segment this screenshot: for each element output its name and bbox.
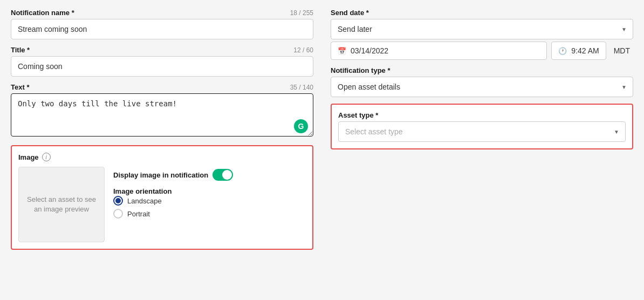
textarea-wrapper: Only two days till the live stream! G [11, 93, 313, 139]
timezone-box: MDT [611, 42, 633, 59]
title-counter: 12 / 60 [293, 46, 313, 54]
asset-type-label: Asset type * [338, 111, 626, 119]
date-value: 03/14/2022 [351, 46, 388, 55]
notification-name-header: Notification name * 18 / 255 [11, 9, 313, 17]
portrait-radio-outer [113, 209, 123, 219]
send-date-select-wrapper: Send later Send now [331, 19, 633, 39]
display-toggle-label: Display image in notification [113, 171, 208, 179]
form-wrapper: Notification name * 18 / 255 Title * 12 … [11, 9, 633, 250]
image-section: Image i Select an asset to see an image … [11, 145, 313, 250]
text-field: Text * 35 / 140 Only two days till the l… [11, 83, 313, 139]
radio-group: Landscape Portrait [113, 196, 233, 219]
portrait-radio-label: Portrait [127, 210, 150, 218]
image-content: Select an asset to see an image preview … [18, 167, 306, 242]
landscape-radio[interactable]: Landscape [113, 196, 233, 206]
text-header: Text * 35 / 140 [11, 83, 313, 91]
page-container: Notification name * 18 / 255 Title * 12 … [0, 0, 644, 300]
asset-type-select[interactable]: Select asset type [338, 121, 626, 142]
notification-name-field: Notification name * 18 / 255 [11, 9, 313, 39]
time-input-box[interactable]: 🕐 9:42 AM [551, 42, 606, 60]
send-date-row: 📅 03/14/2022 🕐 9:42 AM MDT [331, 42, 633, 60]
notification-type-select-wrapper: Open asset details [331, 77, 633, 97]
text-textarea[interactable]: Only two days till the live stream! [11, 93, 313, 137]
landscape-radio-outer [113, 196, 123, 206]
text-counter: 35 / 140 [290, 84, 313, 91]
clock-icon: 🕐 [558, 47, 567, 55]
notification-name-label: Notification name * [11, 9, 74, 17]
portrait-radio[interactable]: Portrait [113, 209, 233, 219]
notification-type-field: Notification type * Open asset details [331, 66, 633, 97]
title-input[interactable] [11, 56, 313, 77]
toggle-thumb [222, 170, 232, 180]
asset-type-field: Asset type * Select asset type [338, 111, 626, 142]
display-toggle-row: Display image in notification [113, 169, 233, 181]
asset-type-select-wrapper: Select asset type [338, 121, 626, 142]
info-icon[interactable]: i [42, 153, 51, 161]
date-input-box[interactable]: 📅 03/14/2022 [331, 42, 547, 60]
image-controls: Display image in notification Image orie… [113, 167, 233, 219]
time-value: 9:42 AM [571, 46, 599, 55]
grammarly-icon: G [294, 119, 308, 133]
notification-type-select[interactable]: Open asset details [331, 77, 633, 97]
landscape-radio-label: Landscape [127, 197, 162, 205]
notification-type-label: Notification type * [331, 66, 633, 74]
title-header: Title * 12 / 60 [11, 46, 313, 54]
left-column: Notification name * 18 / 255 Title * 12 … [11, 9, 313, 250]
send-date-field: Send date * Send later Send now 📅 03/14/… [331, 9, 633, 60]
title-label: Title * [11, 46, 30, 54]
calendar-icon: 📅 [338, 47, 346, 55]
notification-name-counter: 18 / 255 [290, 9, 313, 17]
send-date-label: Send date * [331, 9, 633, 17]
image-section-title: Image [18, 153, 39, 161]
display-image-toggle[interactable] [213, 169, 233, 181]
text-label: Text * [11, 83, 29, 91]
title-field: Title * 12 / 60 [11, 46, 313, 77]
notification-name-input[interactable] [11, 19, 313, 39]
landscape-radio-inner [115, 198, 121, 203]
asset-type-section: Asset type * Select asset type [331, 104, 633, 149]
image-preview-box: Select an asset to see an image preview [18, 167, 105, 242]
orientation-label: Image orientation [113, 187, 172, 195]
image-preview-text: Select an asset to see an image preview [25, 195, 98, 214]
image-section-header: Image i [18, 153, 306, 161]
send-date-select[interactable]: Send later Send now [331, 19, 633, 39]
orientation-group: Image orientation Landscape [113, 186, 233, 219]
right-column: Send date * Send later Send now 📅 03/14/… [331, 9, 633, 149]
